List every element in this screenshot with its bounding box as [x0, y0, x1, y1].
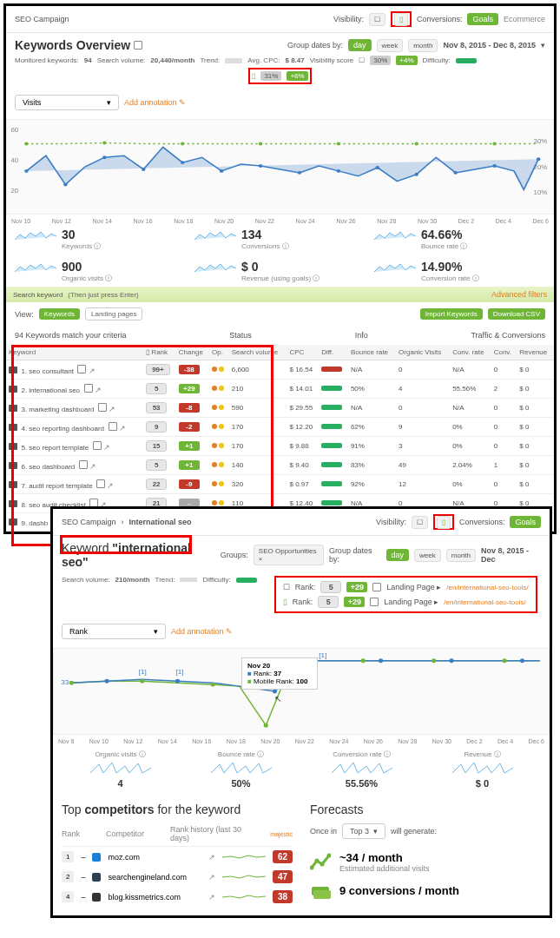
external-link-icon[interactable]: ↗: [103, 443, 110, 452]
th[interactable]: Change: [176, 345, 209, 360]
group-day[interactable]: day: [348, 39, 372, 51]
page-icon[interactable]: [96, 479, 105, 488]
lp-url-2[interactable]: /en/international-seo-tools/: [444, 598, 525, 606]
vs-desktop: 30%: [370, 56, 391, 65]
th[interactable]: Keyword: [6, 345, 143, 360]
search-hint: (Then just press Enter): [68, 291, 138, 299]
svg-text:60: 60: [10, 126, 18, 133]
chevron-down-icon[interactable]: ▾: [541, 41, 545, 50]
svg-point-20: [24, 142, 28, 146]
page-icon[interactable]: [79, 460, 88, 469]
external-link-icon[interactable]: ↗: [208, 853, 215, 862]
rank-m-val: 5: [318, 596, 339, 608]
group-week[interactable]: week: [377, 39, 404, 52]
th[interactable]: Conv. rate: [450, 345, 491, 360]
group-week[interactable]: week: [414, 549, 441, 562]
svg-point-21: [102, 142, 106, 145]
table-row[interactable]: 3. marketing dashboard ↗ 53 -8 590$ 29.5…: [6, 399, 554, 418]
page-icon[interactable]: [98, 403, 107, 412]
breadcrumb-1[interactable]: SEO Campaign: [62, 518, 116, 526]
vs-desktop-chg: +4%: [396, 56, 417, 65]
th[interactable]: Revenue: [517, 345, 554, 360]
folder-icon: [9, 519, 17, 525]
conversions-lbl: Conversions:: [459, 518, 505, 526]
th-comp: Competitor: [106, 829, 144, 838]
add-annotation[interactable]: Add annotation ✎: [171, 627, 233, 636]
chevron-down-icon: ▾: [107, 98, 111, 107]
mon-kw-lbl: Monitored keywords:: [15, 56, 79, 64]
table-row[interactable]: 4. seo reporting dashboard ↗ 9 -2 170$ 1…: [6, 418, 554, 437]
external-link-icon[interactable]: ↗: [95, 386, 102, 394]
th[interactable]: Conv.: [491, 345, 517, 360]
desktop-icon[interactable]: ☐: [369, 13, 385, 26]
competitor-row[interactable]: 2– searchengineland.com ↗ 47: [62, 867, 293, 887]
svg-point-7: [63, 183, 67, 187]
competitor-row[interactable]: 4– blog.kissmetrics.com ↗ 38: [62, 887, 293, 907]
group-tag[interactable]: SEO Opportunities ×: [254, 545, 324, 565]
lp-url[interactable]: /en/international-seo-tools/: [446, 584, 528, 591]
group-month[interactable]: month: [408, 39, 438, 52]
th[interactable]: Bounce rate: [348, 345, 396, 360]
external-link-icon[interactable]: ↗: [89, 367, 96, 375]
table-row[interactable]: 5. seo report template ↗ 15 +1 170$ 9.88…: [6, 437, 554, 456]
diff-lbl: Difficulty:: [423, 56, 451, 64]
table-row[interactable]: 1. seo consultant ↗ 99+ -38 6,600$ 16.54…: [6, 360, 554, 380]
date-range[interactable]: Nov 8, 2015 - Dec: [481, 546, 541, 564]
date-range[interactable]: Nov 8, 2015 - Dec 8, 2015: [443, 41, 536, 50]
metric-select[interactable]: Visits▾: [15, 95, 119, 110]
forecast-select[interactable]: Top 3▾: [342, 823, 385, 839]
folder-icon: [9, 462, 17, 469]
svg-point-35: [503, 658, 507, 663]
stat-card: 64.66%Bounce rate ⓘ: [374, 228, 545, 251]
download-csv-btn[interactable]: Download CSV: [488, 308, 545, 320]
external-link-icon[interactable]: ↗: [208, 873, 215, 882]
th[interactable]: ▯ Rank: [143, 345, 176, 360]
group-month[interactable]: month: [446, 549, 476, 562]
page-icon[interactable]: [89, 499, 98, 507]
mobile-icon[interactable]: ▯: [394, 13, 408, 26]
page-title: Keywords Overview: [15, 38, 142, 52]
tab-landing-pages[interactable]: Landing pages: [85, 307, 143, 320]
page-icon[interactable]: [77, 365, 86, 373]
add-annotation[interactable]: Add annotation ✎: [124, 98, 186, 107]
competitor-row[interactable]: 1– moz.com ↗ 62: [62, 847, 293, 867]
page-icon[interactable]: [109, 422, 117, 431]
search-input[interactable]: Search keyword: [13, 291, 63, 299]
ecom-btn[interactable]: Ecommerce: [504, 15, 545, 23]
metric-select[interactable]: Rank▾: [62, 624, 166, 639]
external-link-icon[interactable]: ↗: [107, 481, 114, 490]
page-icon[interactable]: [84, 384, 93, 393]
page-icon[interactable]: [93, 441, 102, 450]
th[interactable]: CPC: [287, 345, 319, 360]
mini-stat: Conversion rate ⓘ55.56%: [303, 750, 420, 789]
svg-rect-52: [313, 890, 331, 899]
campaign-name: SEO Campaign: [15, 15, 69, 23]
chart-x-axis: Nov 10Nov 12Nov 14Nov 16Nov 18Nov 20Nov …: [6, 218, 554, 224]
desktop-icon[interactable]: ☐: [412, 516, 428, 529]
advanced-filters[interactable]: Advanced filters: [491, 290, 547, 299]
folder-icon: [9, 405, 17, 412]
table-row[interactable]: 2. international seo ↗ 5 +29 210$ 14.01 …: [6, 380, 554, 399]
tab-keywords[interactable]: Keywords: [39, 308, 80, 320]
goals-btn[interactable]: Goals: [510, 516, 541, 528]
goals-btn[interactable]: Goals: [467, 13, 498, 25]
status-dot: [212, 386, 217, 391]
th[interactable]: Organic Visits: [396, 345, 450, 360]
group-day[interactable]: day: [386, 549, 410, 561]
stat-card: $ 0Revenue (using goals) ⓘ: [194, 260, 366, 283]
external-link-icon[interactable]: ↗: [109, 405, 115, 413]
status-dot: [219, 481, 224, 486]
th[interactable]: Diff.: [319, 345, 348, 360]
trend-spark: [180, 578, 197, 582]
mobile-icon[interactable]: ▯: [437, 516, 451, 529]
svg-point-29: [140, 679, 144, 684]
external-link-icon[interactable]: ↗: [208, 893, 215, 902]
groups-lbl: Groups:: [221, 551, 248, 559]
import-btn[interactable]: Import Keywords: [420, 308, 483, 320]
external-link-icon[interactable]: ↗: [89, 462, 96, 471]
th[interactable]: Search volume: [229, 345, 287, 360]
table-row[interactable]: 6. seo dashboard ↗ 5 +1 140$ 9.40 83%492…: [6, 456, 554, 475]
th[interactable]: Op.: [209, 345, 229, 360]
table-row[interactable]: 7. audit report template ↗ 22 -9 320$ 0.…: [6, 475, 554, 494]
external-link-icon[interactable]: ↗: [119, 424, 126, 433]
